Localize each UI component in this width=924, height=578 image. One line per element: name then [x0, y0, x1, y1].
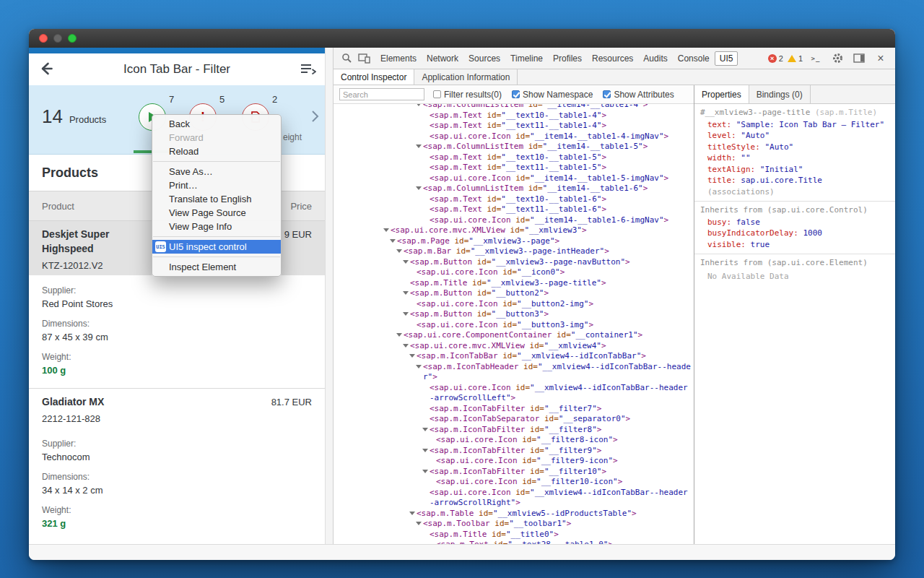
window-titlebar[interactable]: [29, 29, 895, 48]
tree-node[interactable]: <sap.m.Table id="__xmlview5--idProductsT…: [334, 509, 691, 519]
tree-node[interactable]: <sap.m.Text id="__text11-__table1-5">: [334, 163, 691, 173]
expand-arrow-icon[interactable]: [409, 512, 415, 515]
properties-tab-properties[interactable]: Properties: [694, 85, 749, 103]
tree-node[interactable]: <sap.ui.core.Icon id="__xmlview4--idIcon…: [334, 383, 691, 404]
tree-node[interactable]: <sap.ui.core.Icon id="__icon0">: [334, 267, 691, 278]
tree-node[interactable]: <sap.m.Text id="__text10-__table1-5">: [334, 152, 691, 163]
tree-node[interactable]: <sap.ui.core.mvc.XMLView id="__xmlview4"…: [334, 341, 691, 352]
tree-node[interactable]: <sap.m.Title id="__title0">: [334, 530, 691, 540]
warning-count-badge[interactable]: 1: [788, 54, 803, 63]
console-drawer-icon[interactable]: >_: [807, 51, 824, 66]
tree-node[interactable]: <sap.ui.core.Icon id="__filter9-icon">: [334, 456, 691, 467]
expand-arrow-icon[interactable]: [396, 249, 402, 253]
filter-option-filter-results-0[interactable]: Filter results(0): [433, 90, 502, 100]
menu-item-save-as[interactable]: Save As…: [152, 165, 281, 178]
tree-node[interactable]: <sap.ui.core.Icon id="__item14-__table1-…: [334, 215, 691, 226]
tree-node[interactable]: <sap.m.IconTabFilter id="__filter9">: [334, 446, 691, 457]
expand-arrow-icon[interactable]: [390, 239, 396, 243]
tree-node[interactable]: <sap.m.Toolbar id="__toolbar1">: [334, 519, 691, 530]
product-list-item[interactable]: Gladiator MX81.7 EUR2212-121-828Supplier…: [29, 388, 325, 541]
menu-item-inspect-element[interactable]: Inspect Element: [152, 260, 281, 274]
zoom-window-button[interactable]: [68, 34, 77, 43]
menu-item-ui5-inspect-control[interactable]: UI5UI5 inspect control: [152, 240, 281, 254]
tree-node[interactable]: <sap.m.Button id="__button3">: [334, 309, 691, 320]
devtools-subtab-application-information[interactable]: Application Information: [414, 69, 518, 85]
devtools-tab-network[interactable]: Network: [422, 51, 463, 66]
expand-arrow-icon[interactable]: [403, 312, 409, 316]
devtools-tab-timeline[interactable]: Timeline: [505, 51, 548, 66]
tree-node[interactable]: <sap.m.IconTabBar id="__xmlview4--idIcon…: [334, 351, 691, 362]
tab-filter-products[interactable]: 14 Products: [42, 105, 106, 128]
expand-arrow-icon[interactable]: [416, 144, 422, 148]
expand-arrow-icon[interactable]: [416, 522, 422, 525]
chevron-right-icon[interactable]: [311, 109, 319, 126]
menu-item-view-page-info[interactable]: View Page Info: [152, 220, 281, 233]
tree-node[interactable]: <sap.m.Bar id="__xmlview3--page-intHeade…: [334, 246, 691, 257]
filter-option-show-namespace[interactable]: Show Namespace: [512, 90, 593, 100]
expand-arrow-icon[interactable]: [416, 365, 422, 368]
tree-node[interactable]: <sap.ui.core.Icon id="__filter8-icon">: [334, 435, 691, 446]
menu-item-print[interactable]: Print…: [152, 178, 281, 192]
tree-node[interactable]: <sap.m.Title id="__xmlview3--page-title"…: [334, 278, 691, 289]
expand-arrow-icon[interactable]: [383, 228, 389, 232]
expand-arrow-icon[interactable]: [422, 449, 428, 452]
tree-node[interactable]: <sap.m.IconTabSeparator id="__separator0…: [334, 414, 691, 425]
error-count-badge[interactable]: × 2: [768, 54, 783, 63]
expand-arrow-icon[interactable]: [403, 260, 409, 264]
expand-arrow-icon[interactable]: [422, 470, 428, 473]
menu-item-reload[interactable]: Reload: [152, 144, 281, 158]
tree-node[interactable]: <sap.ui.core.mvc.XMLView id="__xmlview3"…: [334, 225, 691, 236]
device-mode-icon[interactable]: [355, 51, 372, 66]
devtools-tab-sources[interactable]: Sources: [463, 51, 505, 66]
expand-arrow-icon[interactable]: [396, 333, 402, 337]
inspect-magnifier-icon[interactable]: [338, 51, 355, 66]
tree-node[interactable]: <sap.m.IconTabHeader id="__xmlview4--idI…: [334, 362, 691, 383]
tree-node[interactable]: <sap.ui.core.Icon id="__filter10-icon">: [334, 477, 691, 488]
expand-arrow-icon[interactable]: [403, 291, 409, 295]
tree-node[interactable]: <sap.ui.core.Icon id="__item14-__table1-…: [334, 131, 691, 142]
properties-tab-bindings-0[interactable]: Bindings (0): [749, 85, 811, 103]
menu-item-view-page-source[interactable]: View Page Source: [152, 206, 281, 220]
page-scrollbar[interactable]: [325, 48, 334, 544]
devtools-tab-resources[interactable]: Resources: [587, 51, 638, 66]
search-input[interactable]: [339, 88, 424, 100]
checkbox-filter-results-0[interactable]: [433, 90, 441, 98]
expand-arrow-icon[interactable]: [403, 344, 409, 348]
tree-node[interactable]: <sap.m.IconTabFilter id="__filter10">: [334, 467, 691, 478]
tree-node[interactable]: <sap.m.ColumnListItem id="__item14-__tab…: [334, 184, 691, 194]
settings-gear-icon[interactable]: [829, 51, 846, 66]
menu-icon[interactable]: [300, 63, 316, 79]
devtools-tab-profiles[interactable]: Profiles: [548, 51, 587, 66]
expand-arrow-icon[interactable]: [416, 186, 422, 190]
tree-node[interactable]: <sap.m.IconTabFilter id="__filter7">: [334, 404, 691, 415]
expand-arrow-icon[interactable]: [409, 354, 415, 358]
tree-node[interactable]: <sap.ui.core.Icon id="__xmlview4--idIcon…: [334, 488, 691, 509]
expand-arrow-icon[interactable]: [422, 428, 428, 431]
expand-arrow-icon[interactable]: [416, 104, 422, 106]
tree-node[interactable]: <sap.m.Text id="__text10-__table1-4">: [334, 111, 691, 121]
dock-side-icon[interactable]: [850, 51, 868, 66]
tree-node[interactable]: <sap.m.IconTabFilter id="__filter8">: [334, 425, 691, 436]
menu-item-forward[interactable]: Forward: [152, 131, 281, 144]
tree-node[interactable]: <sap.m.ColumnListItem id="__item14-__tab…: [334, 104, 691, 111]
close-devtools-icon[interactable]: ×: [872, 51, 889, 66]
devtools-subtab-control-inspector[interactable]: Control Inspector: [334, 69, 414, 85]
filter-option-show-attributes[interactable]: Show Attributes: [603, 90, 674, 100]
tree-node[interactable]: <sap.ui.core.Icon id="__button2-img">: [334, 299, 691, 310]
devtools-tab-audits[interactable]: Audits: [638, 51, 672, 66]
tree-node[interactable]: <sap.m.Button id="__button2">: [334, 288, 691, 299]
devtools-tab-ui5[interactable]: UI5: [715, 51, 738, 66]
menu-item-translate-to-english[interactable]: Translate to English: [152, 192, 281, 206]
checkbox-show-namespace[interactable]: [512, 90, 520, 98]
tree-node[interactable]: <sap.ui.core.Icon id="__button3-img">: [334, 320, 691, 331]
menu-item-back[interactable]: Back: [152, 117, 281, 131]
tree-node[interactable]: <sap.m.Text id="__text10-__table1-6">: [334, 194, 691, 205]
tree-node[interactable]: <sap.m.Button id="__xmlview3--page-navBu…: [334, 257, 691, 268]
close-window-button[interactable]: [39, 34, 48, 43]
tree-node[interactable]: <sap.ui.core.Icon id="__item14-__table1-…: [334, 173, 691, 184]
tree-node[interactable]: <sap.ui.core.ComponentContainer id="__co…: [334, 330, 691, 341]
tree-node[interactable]: <sap.m.Page id="__xmlview3--page">: [334, 236, 691, 247]
tree-node[interactable]: <sap.m.ColumnListItem id="__item14-__tab…: [334, 142, 691, 152]
tree-node[interactable]: <sap.m.Text id="__text11-__table1-4">: [334, 121, 691, 131]
minimize-window-button[interactable]: [53, 34, 62, 43]
